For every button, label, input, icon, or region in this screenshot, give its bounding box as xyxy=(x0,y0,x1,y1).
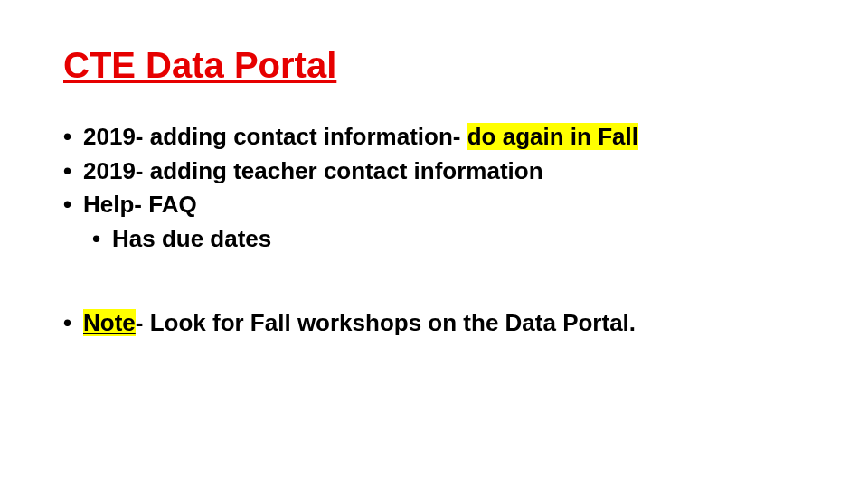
note-highlight: Note xyxy=(83,309,136,336)
bullet-text: Has due dates xyxy=(112,225,271,252)
bullet-text-prefix: 2019- adding contact information- xyxy=(83,123,467,150)
bullet-list-note: Note- Look for Fall workshops on the Dat… xyxy=(63,306,805,341)
slide-container: CTE Data Portal 2019- adding contact inf… xyxy=(0,0,868,385)
spacer xyxy=(63,257,805,306)
bullet-list: 2019- adding contact information- do aga… xyxy=(63,120,805,257)
page-title: CTE Data Portal xyxy=(63,45,805,86)
bullet-text: 2019- adding teacher contact information xyxy=(83,157,543,184)
list-item: 2019- adding contact information- do aga… xyxy=(63,120,805,155)
bullet-text: Help- FAQ xyxy=(83,191,197,218)
list-item: Note- Look for Fall workshops on the Dat… xyxy=(63,306,805,341)
list-item: 2019- adding teacher contact information xyxy=(63,155,805,189)
highlighted-text: do again in Fall xyxy=(467,123,638,150)
list-item-sub: Has due dates xyxy=(92,222,805,257)
list-item: Help- FAQ xyxy=(63,188,805,222)
note-text: - Look for Fall workshops on the Data Po… xyxy=(136,309,636,336)
